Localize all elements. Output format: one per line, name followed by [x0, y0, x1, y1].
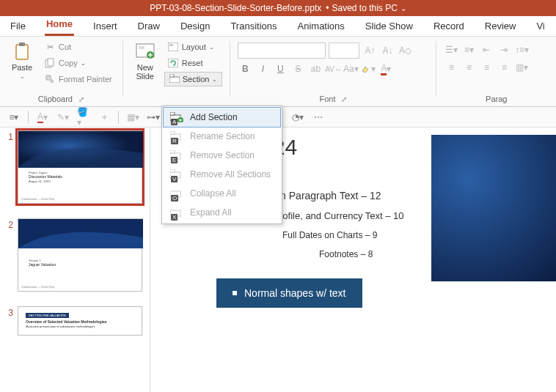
tab-view[interactable]: Vi — [535, 16, 546, 36]
increase-indent-button[interactable]: ⇥ — [497, 42, 511, 57]
tab-draw[interactable]: Draw — [136, 16, 161, 36]
layout-button[interactable]: Layout ⌄ — [164, 40, 223, 54]
section-label: Section — [183, 75, 210, 84]
thumbnail-pane[interactable]: 1 Project Jaguar Discussion Materials Au… — [0, 127, 150, 392]
tab-record[interactable]: Record — [432, 16, 466, 36]
tab-home[interactable]: Home — [45, 14, 74, 36]
font-color-button[interactable]: A▾ — [378, 62, 393, 76]
tab-slideshow[interactable]: Slide Show — [364, 16, 414, 36]
strike-button[interactable]: S — [290, 62, 305, 76]
remove-section-icon: E — [169, 149, 184, 161]
columns-button[interactable]: ▥▾ — [514, 60, 529, 75]
menu-label: Remove Section — [190, 150, 255, 160]
tab-review[interactable]: Review — [483, 16, 518, 36]
dialog-launcher-icon[interactable]: ⤢ — [341, 95, 347, 103]
key-hint: V — [171, 176, 178, 182]
document-filename: PPT-03-08-Section-Slide-Sorter-Before.pp… — [150, 3, 321, 13]
overflow-icon[interactable]: ⋯ — [312, 111, 325, 124]
tab-animations[interactable]: Animations — [296, 16, 346, 36]
slide-thumbnail-2[interactable]: Section 1 Jaguar Valuation Confidential … — [18, 218, 142, 292]
expand-icon: X — [169, 207, 184, 218]
key-hint: A — [171, 119, 178, 125]
decrease-indent-button[interactable]: ⇤ — [479, 42, 494, 57]
slide-number: 3 — [3, 306, 13, 336]
decrease-font-icon[interactable]: A↓ — [380, 43, 395, 58]
t1-line2: Discussion Materials — [29, 174, 62, 179]
new-slide-button[interactable]: New Slide — [131, 40, 160, 82]
svg-rect-3 — [48, 59, 54, 66]
menu-label: Expand All — [190, 207, 232, 218]
char-spacing-button[interactable]: AV↔ — [326, 62, 340, 76]
font-color-icon[interactable]: A▾ — [36, 111, 49, 124]
font-size-select[interactable] — [329, 42, 359, 59]
italic-button[interactable]: I — [255, 62, 270, 76]
scissors-icon: ✂ — [44, 41, 56, 53]
align-left-button[interactable]: ≡ — [444, 60, 458, 75]
thumbnail-item[interactable]: 1 Project Jaguar Discussion Materials Au… — [3, 130, 144, 204]
svg-rect-13 — [170, 112, 175, 115]
tab-file[interactable]: File — [9, 16, 27, 36]
shape-icon[interactable]: ◔▾ — [291, 111, 304, 124]
chevron-down-icon[interactable]: ⌄ — [400, 4, 406, 12]
t1-footer: Confidential — Draft Only — [21, 197, 54, 201]
tab-insert[interactable]: Insert — [92, 16, 119, 36]
thumbnail-item[interactable]: 3 SECTION ONE VALUATION Overview of Sele… — [3, 306, 144, 336]
chevron-down-icon: ⌄ — [20, 73, 25, 80]
table-icon[interactable]: ▦▾ — [126, 111, 139, 124]
clipboard-icon — [12, 41, 32, 62]
slide-number: 1 — [3, 130, 13, 204]
increase-font-icon[interactable]: A↑ — [362, 43, 377, 58]
align-left-icon[interactable]: ≡▾ — [7, 111, 21, 124]
t3-sub: Illustrative presentation of subsequent … — [26, 325, 95, 328]
format-painter-button[interactable]: Format Painter — [41, 72, 115, 86]
t2-line2: Jaguar Valuation — [29, 262, 56, 267]
copy-button[interactable]: Copy ⌄ — [41, 56, 115, 70]
reset-button[interactable]: Reset — [164, 56, 223, 70]
svg-rect-7 — [168, 42, 178, 51]
line-spacing-button[interactable]: ↕≡▾ — [514, 42, 529, 57]
copy-label: Copy — [59, 59, 78, 67]
menu-remove-all-sections: V Remove All Sections — [164, 165, 280, 184]
shadow-button[interactable]: ab — [308, 62, 323, 76]
slide-thumbnail-1[interactable]: Project Jaguar Discussion Materials Augu… — [18, 130, 142, 204]
numbering-button[interactable]: ≡▾ — [461, 42, 476, 57]
key-hint: O — [171, 195, 178, 201]
align-right-button[interactable]: ≡ — [479, 60, 494, 75]
slide-thumbnail-3[interactable]: SECTION ONE VALUATION Overview of Select… — [18, 306, 142, 336]
bold-button[interactable]: B — [238, 62, 252, 76]
font-family-select[interactable] — [238, 42, 326, 59]
chevron-down-icon: ⌄ — [209, 44, 214, 51]
connector-icon[interactable]: ⊶▾ — [147, 111, 160, 124]
align-center-button[interactable]: ≡ — [461, 60, 476, 75]
clear-format-icon[interactable]: A◇ — [398, 43, 412, 58]
cut-label: Cut — [59, 42, 71, 51]
cut-button[interactable]: ✂ Cut — [41, 40, 115, 54]
section-button[interactable]: Section ⌄ — [164, 72, 223, 86]
shape-normal-text[interactable]: Normal shapes w/ text — [216, 278, 362, 308]
copy-icon — [44, 57, 56, 69]
layout-label: Layout — [182, 42, 206, 51]
change-case-button[interactable]: Aa▾ — [343, 62, 358, 76]
highlight-icon[interactable]: ✎▾ — [56, 111, 70, 124]
svg-rect-10 — [169, 77, 180, 83]
dialog-launcher-icon[interactable]: ⤢ — [78, 95, 84, 103]
tab-design[interactable]: Design — [179, 16, 211, 36]
new-slide-icon — [135, 41, 156, 62]
highlight-button[interactable]: ▾ — [361, 62, 376, 76]
eyedropper-icon[interactable]: ⌖ — [98, 111, 111, 124]
shape-fill-icon[interactable]: 🪣▾ — [77, 111, 90, 124]
save-status[interactable]: Saved to this PC — [332, 3, 397, 13]
paste-button[interactable]: Paste ⌄ — [7, 40, 37, 81]
rename-section-icon: R — [169, 130, 184, 142]
font-group-label: Font — [319, 95, 335, 103]
t3-title: Overview of Selected Valuation Methodolo… — [26, 319, 107, 324]
menu-add-section[interactable]: A Add Section — [164, 108, 280, 127]
t2-footer: Confidential — Draft Only — [21, 285, 54, 289]
thumbnail-item[interactable]: 2 Section 1 Jaguar Valuation Confidentia… — [3, 218, 144, 292]
tab-transitions[interactable]: Transitions — [229, 16, 278, 36]
svg-rect-8 — [169, 44, 173, 46]
underline-button[interactable]: U — [273, 62, 288, 76]
bullets-button[interactable]: ☰▾ — [444, 42, 458, 57]
key-hint: E — [171, 157, 178, 163]
justify-button[interactable]: ≡ — [497, 60, 511, 75]
